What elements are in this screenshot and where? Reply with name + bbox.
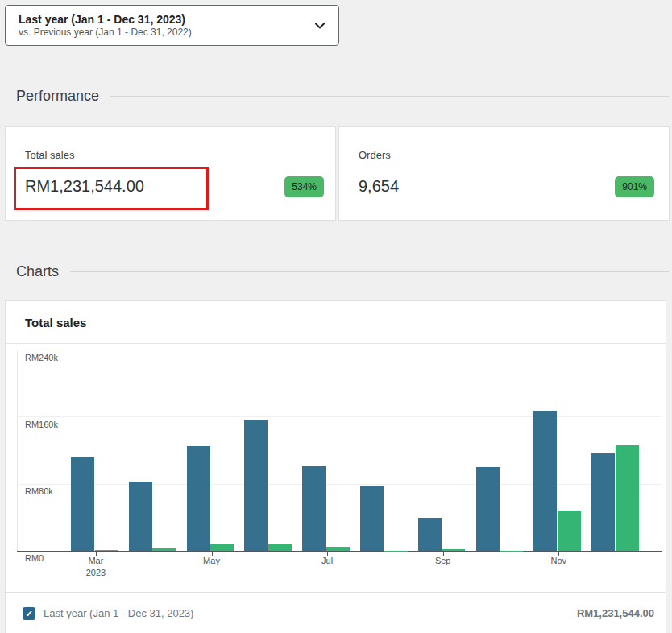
bar-previous-nov[interactable] bbox=[558, 511, 581, 551]
bar-current-nov[interactable] bbox=[533, 411, 557, 551]
orders-label: Orders bbox=[359, 149, 391, 161]
y-tick-label: RM0 bbox=[25, 553, 44, 563]
bar-current-apr[interactable] bbox=[129, 482, 152, 551]
bar-current-oct[interactable] bbox=[476, 467, 500, 551]
chart-legend-row[interactable]: ✔ Last year (Jan 1 - Dec 31, 2023) RM1,2… bbox=[6, 592, 666, 633]
bar-previous-jul[interactable] bbox=[326, 547, 350, 551]
plot-area: RM240kRM160kRM80kRM0Mar2023MayJulSepNov bbox=[6, 344, 666, 592]
charts-heading: Charts bbox=[16, 263, 59, 280]
x-tick-label: May bbox=[188, 555, 236, 567]
date-range-secondary: vs. Previous year (Jan 1 - Dec 31, 2022) bbox=[19, 27, 313, 39]
performance-heading-divider bbox=[110, 96, 669, 97]
bar-previous-dec[interactable] bbox=[616, 445, 639, 551]
total-sales-change-badge: 534% bbox=[284, 176, 324, 197]
chart-title: Total sales bbox=[25, 316, 86, 329]
x-tick-label: Sep bbox=[419, 555, 467, 567]
date-range-selector[interactable]: Last year (Jan 1 - Dec 31, 2023) vs. Pre… bbox=[5, 5, 339, 46]
performance-section-header: Performance bbox=[16, 88, 669, 105]
bar-previous-jun[interactable] bbox=[268, 544, 292, 551]
orders-change-badge: 901% bbox=[615, 176, 654, 197]
x-axis-line bbox=[17, 551, 662, 552]
gridline-80k bbox=[17, 484, 662, 485]
gridline-160k bbox=[17, 416, 662, 417]
x-tick-label: Jul bbox=[303, 555, 351, 567]
chart-card-header: Total sales bbox=[6, 301, 666, 344]
legend-checkbox-checked[interactable]: ✔ bbox=[23, 607, 35, 620]
date-range-primary: Last year (Jan 1 - Dec 31, 2023) bbox=[19, 13, 313, 27]
y-tick-label: RM240k bbox=[25, 353, 58, 362]
performance-cards-row: Total sales RM1,231,544.00 534% Orders 9… bbox=[5, 126, 672, 221]
total-sales-card: Total sales RM1,231,544.00 534% bbox=[5, 126, 336, 221]
y-tick-label: RM160k bbox=[25, 420, 58, 429]
analytics-page: Last year (Jan 1 - Dec 31, 2023) vs. Pre… bbox=[0, 0, 672, 633]
bar-previous-sep[interactable] bbox=[442, 549, 465, 551]
orders-value: 9,654 bbox=[359, 176, 399, 197]
bar-previous-mar[interactable] bbox=[95, 550, 118, 551]
gridline-240k bbox=[17, 350, 662, 350]
x-tick-label: Nov bbox=[534, 555, 583, 567]
charts-section-header: Charts bbox=[16, 263, 669, 280]
performance-heading: Performance bbox=[16, 88, 99, 105]
bar-current-sep[interactable] bbox=[418, 518, 442, 551]
y-tick-label: RM80k bbox=[25, 486, 53, 496]
legend-total-value: RM1,231,544.00 bbox=[577, 607, 654, 619]
bar-current-may[interactable] bbox=[187, 446, 210, 551]
legend-label: Last year (Jan 1 - Dec 31, 2023) bbox=[44, 607, 193, 619]
y-axis-line bbox=[17, 350, 18, 551]
total-sales-label: Total sales bbox=[25, 149, 74, 161]
total-sales-value: RM1,231,544.00 bbox=[25, 176, 144, 197]
bar-current-mar[interactable] bbox=[71, 457, 94, 551]
date-range-text: Last year (Jan 1 - Dec 31, 2023) vs. Pre… bbox=[19, 13, 313, 39]
orders-card: Orders 9,654 901% bbox=[338, 126, 670, 221]
bar-current-dec[interactable] bbox=[591, 453, 615, 551]
x-tick-label: Mar2023 bbox=[72, 555, 120, 579]
bar-current-jul[interactable] bbox=[302, 466, 326, 551]
chevron-down-icon bbox=[313, 19, 327, 33]
bar-previous-apr[interactable] bbox=[152, 548, 176, 551]
bar-previous-may[interactable] bbox=[210, 544, 234, 551]
charts-heading-divider bbox=[70, 271, 669, 272]
total-sales-chart-card: Total sales RM240kRM160kRM80kRM0Mar2023M… bbox=[5, 300, 666, 633]
bar-current-jun[interactable] bbox=[244, 420, 268, 552]
bar-current-aug[interactable] bbox=[360, 486, 384, 551]
